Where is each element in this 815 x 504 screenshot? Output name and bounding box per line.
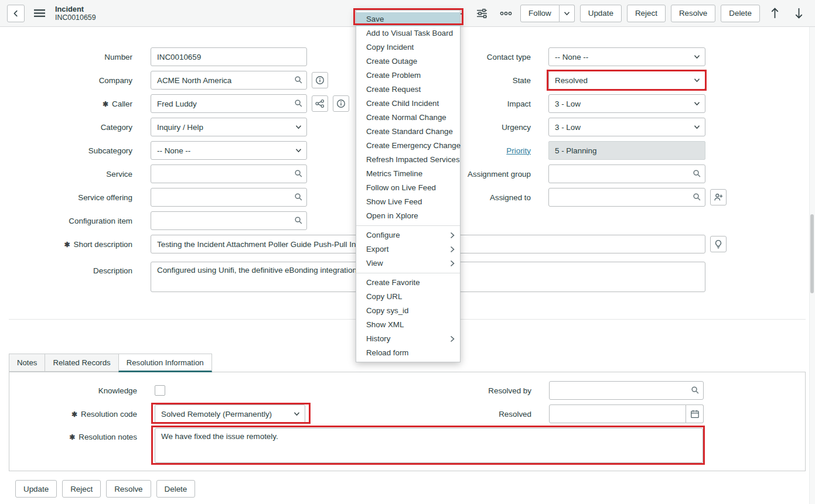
tab-label: Notes (17, 358, 37, 367)
menu-item-view[interactable]: View (356, 256, 460, 270)
search-icon[interactable] (294, 169, 303, 178)
hamburger-menu-icon[interactable] (30, 4, 49, 23)
priority-value-field: 5 - Planning (548, 141, 705, 160)
configuration-item-input[interactable] (151, 211, 307, 230)
search-icon[interactable] (691, 386, 700, 395)
previous-record-icon[interactable] (765, 4, 784, 23)
search-icon[interactable] (693, 193, 701, 201)
menu-item-label: Create Standard Change (366, 127, 453, 136)
update-button[interactable]: Update (580, 5, 622, 22)
priority-value: 5 - Planning (555, 146, 596, 155)
tab-related-records[interactable]: Related Records (45, 354, 118, 372)
service-offering-input[interactable] (151, 188, 307, 207)
resolved-by-input[interactable] (549, 381, 704, 400)
mandatory-icon: ✱ (103, 100, 108, 108)
resolve-button[interactable]: Resolve (671, 5, 715, 22)
follow-button[interactable]: Follow (520, 5, 560, 22)
menu-item-add-to-visual-task-board[interactable]: Add to Visual Task Board (356, 26, 460, 40)
menu-item-show-live-feed[interactable]: Show Live Feed (356, 195, 460, 209)
tab-notes[interactable]: Notes (9, 354, 45, 372)
tab-label: Resolution Information (127, 358, 204, 367)
delete-button[interactable]: Delete (721, 5, 760, 22)
suggestion-button[interactable] (710, 236, 727, 252)
next-record-icon[interactable] (789, 4, 808, 23)
chevron-down-icon (295, 125, 302, 129)
resolution-code-select[interactable]: Solved Remotely (Permanently) (155, 404, 305, 423)
menu-item-create-child-incident[interactable]: Create Child Incident (356, 97, 460, 111)
menu-divider (356, 273, 460, 273)
menu-item-export[interactable]: Export (356, 242, 460, 256)
chevron-right-icon (450, 246, 455, 253)
contact-type-select[interactable]: -- None -- (548, 47, 705, 66)
menu-item-configure[interactable]: Configure (356, 228, 460, 242)
search-icon[interactable] (693, 169, 701, 178)
more-options-icon[interactable] (496, 4, 515, 23)
menu-item-create-problem[interactable]: Create Problem (356, 68, 460, 83)
footer-reject-button[interactable]: Reject (62, 480, 101, 498)
chevron-down-icon (564, 11, 570, 16)
scrollbar-thumb[interactable] (810, 214, 814, 293)
state-select[interactable]: Resolved (548, 71, 705, 90)
menu-item-label: Copy URL (366, 292, 402, 301)
menu-item-create-request[interactable]: Create Request (356, 83, 460, 97)
number-label: Number (0, 53, 141, 61)
resolution-notes-textarea[interactable]: We have fixed the issue remotely. (155, 428, 703, 463)
menu-item-follow-on-live-feed[interactable]: Follow on Live Feed (356, 181, 460, 195)
menu-item-history[interactable]: History (356, 332, 460, 346)
person-add-icon (714, 193, 723, 202)
footer-update-button[interactable]: Update (15, 480, 57, 498)
description-label: Description (0, 262, 141, 280)
knowledge-checkbox[interactable] (155, 385, 165, 396)
back-button[interactable] (7, 5, 25, 22)
company-input[interactable] (151, 71, 307, 90)
menu-item-label: Create Emergency Change (366, 141, 461, 150)
number-input[interactable] (151, 47, 307, 66)
menu-item-save[interactable]: Save (356, 12, 460, 26)
assignment-group-input[interactable] (548, 164, 705, 183)
menu-item-create-favorite[interactable]: Create Favorite (356, 276, 460, 290)
menu-item-open-in-xplore[interactable]: Open in Xplore (356, 209, 460, 223)
company-preview-button[interactable] (312, 72, 328, 88)
priority-link[interactable]: Priority (506, 146, 531, 155)
category-select[interactable]: Inquiry / Help (151, 118, 307, 136)
caller-hierarchy-button[interactable] (312, 95, 328, 112)
subcategory-select[interactable]: -- None -- (151, 141, 307, 160)
reject-button[interactable]: Reject (627, 5, 666, 22)
menu-item-create-standard-change[interactable]: Create Standard Change (356, 125, 460, 139)
mandatory-icon: ✱ (64, 241, 70, 249)
menu-item-create-normal-change[interactable]: Create Normal Change (356, 111, 460, 125)
footer-resolve-button[interactable]: Resolve (106, 480, 151, 498)
incident-form-page: Incident INC0010659 (0, 0, 815, 504)
resolved-input[interactable] (549, 404, 686, 423)
personalize-form-icon[interactable] (472, 4, 491, 23)
footer-delete-button[interactable]: Delete (156, 480, 196, 498)
tab-resolution-information[interactable]: Resolution Information (118, 354, 212, 372)
search-icon[interactable] (294, 216, 303, 225)
caller-preview-button[interactable] (333, 95, 349, 112)
caller-input[interactable] (151, 94, 307, 113)
search-icon[interactable] (294, 193, 303, 201)
urgency-select[interactable]: 3 - Low (548, 118, 705, 136)
follow-dropdown-button[interactable] (560, 5, 575, 22)
search-icon[interactable] (294, 99, 303, 108)
info-icon (336, 99, 346, 108)
menu-item-refresh-impacted-services[interactable]: Refresh Impacted Services (356, 153, 460, 167)
menu-item-create-emergency-change[interactable]: Create Emergency Change (356, 139, 460, 153)
menu-item-copy-incident[interactable]: Copy Incident (356, 40, 460, 54)
menu-item-reload-form[interactable]: Reload form (356, 346, 460, 360)
menu-item-copy-url[interactable]: Copy URL (356, 290, 460, 304)
assign-to-me-button[interactable] (710, 189, 727, 205)
menu-item-create-outage[interactable]: Create Outage (356, 54, 460, 68)
menu-item-show-xml[interactable]: Show XML (356, 318, 460, 332)
chevron-down-icon (694, 54, 700, 59)
vertical-scrollbar[interactable] (809, 27, 815, 504)
resolved-by-row: Resolved by (399, 381, 704, 400)
calendar-picker-button[interactable] (686, 404, 704, 423)
resolution-code-value: Solved Remotely (Permanently) (161, 410, 272, 419)
menu-item-copy-sys-id[interactable]: Copy sys_id (356, 304, 460, 318)
search-icon[interactable] (294, 76, 303, 84)
menu-item-metrics-timeline[interactable]: Metrics Timeline (356, 167, 460, 181)
impact-select[interactable]: 3 - Low (548, 94, 705, 113)
assigned-to-input[interactable] (548, 188, 705, 207)
service-input[interactable] (151, 164, 307, 183)
